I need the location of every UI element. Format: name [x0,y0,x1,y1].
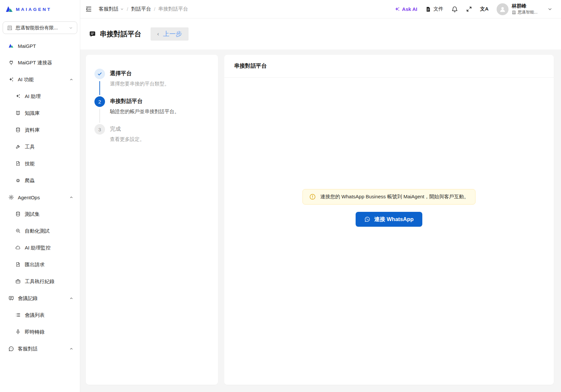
breadcrumb-item[interactable]: 客服對話 [99,6,124,12]
sidebar-item-label: 自動化測試 [25,228,50,234]
spider-icon [15,178,21,183]
menu-fold-icon[interactable] [85,6,92,13]
sidebar-group-meeting-records[interactable]: 會議記錄 [3,292,77,305]
user-meta: 林群峰 思邁智能... [512,3,538,15]
user-name: 林群峰 [512,3,538,9]
workspace-selector[interactable]: 思邁智能股份有限... [3,21,77,34]
chevron-up-icon [69,296,73,300]
database-icon [15,211,21,217]
sidebar-item-label: 爬蟲 [25,178,35,184]
step-connect-platform: 2 串接對話平台 驗證您的帳戶並串接對話平台。 [94,96,209,124]
database-icon [15,127,21,133]
book-icon [15,110,21,116]
list-icon [15,312,21,318]
sidebar-item-export-requests[interactable]: 匯出請求 [3,258,77,271]
sidebar-item-maigpt[interactable]: MaiGPT [3,39,77,52]
sidebar-group-label: AI 功能 [18,77,34,83]
step-connector [99,81,100,95]
step-rail [94,69,105,96]
sidebar-item-label: AI 助理 [25,93,41,100]
logo: MAIAGENT [0,0,80,18]
step-complete: 3 完成 查看更多設定。 [94,124,209,152]
document-icon [425,6,431,12]
sidebar-group-customer-service-chat[interactable]: 客服對話 [3,342,77,355]
content-area: 選擇平台 選擇您要串接的平台類型。 2 串接對話平台 驗證您的帳戶並串接對話平台… [80,49,561,392]
step-number: 3 [94,124,105,135]
sidebar-item-crawler[interactable]: 爬蟲 [3,174,77,187]
meeting-chat-icon [8,295,14,301]
breadcrumb-item[interactable]: 對話平台 [131,6,151,12]
plug-icon [8,60,14,66]
breadcrumb: 客服對話 / 對話平台 / 串接對話平台 [99,6,188,12]
file-export-icon [15,262,21,268]
step-done-check-icon [94,69,105,79]
step-text: 選擇平台 選擇您要串接的平台類型。 [110,69,169,96]
step-title: 完成 [110,125,145,133]
sidebar-group-label: AgentOps [18,195,40,200]
sparkles-icon [15,93,21,99]
sidebar-group-ai-features[interactable]: AI 功能 [3,73,77,86]
whatsapp-connect-alert: 連接您的 WhatsApp Business 帳號到 MaiAgent，開始與客… [302,189,475,205]
sidebar-group-agentops[interactable]: AgentOps [3,191,77,204]
sidebar: MAIAGENT 思邁智能股份有限... MaiGPT MaiGPT 連接器 [0,0,80,392]
sidebar-item-skills[interactable]: 技能 [3,157,77,170]
sidebar-item-label: AI 助理監控 [25,245,51,251]
step-title: 選擇平台 [110,70,169,77]
sidebar-item-label: MaiGPT [18,43,36,49]
user-menu[interactable]: 林群峰 思邁智能... [497,3,538,15]
sparkle-icon [394,6,400,12]
breadcrumb-separator: / [127,6,128,12]
card-body: 連接您的 WhatsApp Business 帳號到 MaiAgent，開始與客… [224,78,554,385]
docs-button[interactable]: 文件 [425,6,443,12]
step-connector [99,109,100,123]
step-select-platform: 選擇平台 選擇您要串接的平台類型。 [94,69,209,96]
connect-whatsapp-button[interactable]: 連接 WhatsApp [356,212,422,227]
chevron-up-icon [69,347,73,351]
step-text: 串接對話平台 驗證您的帳戶並串接對話平台。 [110,96,179,124]
breadcrumb-separator: / [154,6,155,12]
topbar-actions: Ask AI 文件 文A 林群峰 [394,3,552,15]
ask-ai-button[interactable]: Ask AI [394,6,417,12]
sidebar-item-test-sets[interactable]: 測試集 [3,208,77,221]
sidebar-item-database[interactable]: 資料庫 [3,123,77,137]
sidebar-item-label: 資料庫 [25,127,40,133]
sidebar-group-label: 會議記錄 [18,295,38,302]
step-rail: 2 [94,96,105,124]
workspace-name: 思邁智能股份有限... [16,25,58,31]
sidebar-item-ai-assistant-monitor[interactable]: AI 助理監控 [3,241,77,254]
step-number: 2 [94,96,105,107]
main-column: 客服對話 / 對話平台 / 串接對話平台 Ask AI 文件 [80,0,561,392]
sidebar-item-label: 工具執行紀錄 [25,278,54,285]
warning-circle-icon [309,193,316,200]
chevron-left-icon: ‹ [157,31,159,37]
notification-bell-icon[interactable] [451,6,458,13]
chevron-up-icon [69,195,73,199]
user-org: 思邁智能... [512,10,538,15]
sidebar-item-ai-assistant[interactable]: AI 助理 [3,90,77,103]
sidebar-item-meeting-list[interactable]: 會議列表 [3,309,77,322]
sidebar-item-automated-testing[interactable]: 自動化測試 [3,224,77,238]
chevron-up-icon [69,78,73,82]
wrench-icon [15,144,21,150]
previous-step-button[interactable]: ‹ 上一步 [151,27,189,41]
chevron-down-icon[interactable] [547,7,552,12]
maigpt-logo-icon [8,43,14,49]
sidebar-item-tools[interactable]: 工具 [3,140,77,153]
sidebar-item-tool-execution-log[interactable]: 工具執行紀錄 [3,275,77,288]
sidebar-item-label: 測試集 [25,211,40,217]
sidebar-item-knowledge-base[interactable]: 知識庫 [3,107,77,120]
translate-icon[interactable]: 文A [480,6,489,12]
page-title: 串接對話平台 [89,29,141,39]
microphone-icon [15,329,21,335]
sidebar-item-live-transcription[interactable]: 即時轉錄 [3,325,77,339]
sidebar-item-label: 工具 [25,144,35,150]
chevron-down-icon [120,7,124,11]
sidebar-item-label: 知識庫 [25,110,40,116]
connect-platform-card: 串接對話平台 連接您的 WhatsApp Business 帳號到 MaiAge… [224,55,554,385]
sidebar-nav: MaiGPT MaiGPT 連接器 AI 功能 AI 助理 知識庫 [0,35,80,355]
chat-smiley-icon [8,346,14,352]
sidebar-item-maigpt-connector[interactable]: MaiGPT 連接器 [3,56,77,69]
fullscreen-icon[interactable] [466,6,472,12]
stepper-card: 選擇平台 選擇您要串接的平台類型。 2 串接對話平台 驗證您的帳戶並串接對話平台… [86,55,218,385]
maiagent-logo-icon [5,5,14,13]
